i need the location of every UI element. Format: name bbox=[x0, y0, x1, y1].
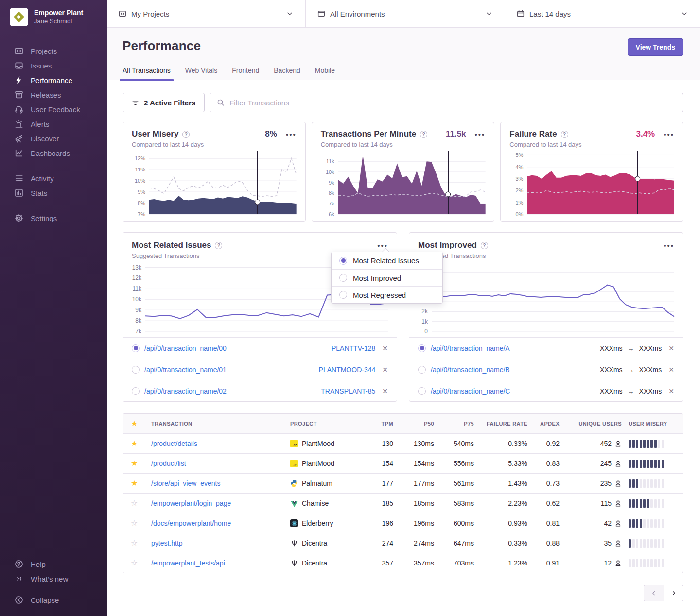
tab-backend[interactable]: Backend bbox=[274, 67, 300, 80]
table-row: ★ /product/details JSPlantMood 130 130ms… bbox=[123, 433, 683, 453]
sidebar-item-dashboards[interactable]: Dashboards bbox=[0, 146, 107, 160]
radio-button[interactable] bbox=[418, 344, 426, 352]
column-p75[interactable]: P75 bbox=[434, 421, 474, 427]
column-tpm[interactable]: TPM bbox=[363, 421, 393, 427]
column-transaction[interactable]: TRANSACTION bbox=[151, 421, 290, 427]
transaction-link[interactable]: /api/0/transaction_name/B bbox=[431, 366, 510, 374]
tab-web-vitals[interactable]: Web Vitals bbox=[185, 67, 217, 80]
panel-title: Most Related Issues bbox=[132, 240, 211, 250]
star-icon-empty[interactable]: ☆ bbox=[131, 539, 151, 547]
panel-menu-button[interactable]: ••• bbox=[659, 241, 674, 250]
transaction-link[interactable]: /api/0/transaction_name/01 bbox=[144, 366, 227, 374]
help-icon[interactable]: ? bbox=[481, 242, 488, 249]
column-failure-rate[interactable]: FAILURE RATE bbox=[474, 421, 527, 427]
table-row: ☆ pytest.http Dicentra 274 274ms 647ms 0… bbox=[123, 533, 683, 553]
chevron-down-icon bbox=[681, 10, 688, 17]
tab-mobile[interactable]: Mobile bbox=[315, 67, 335, 80]
card-menu-button[interactable]: ••• bbox=[659, 130, 674, 139]
sidebar-item-discover[interactable]: Discover bbox=[0, 131, 107, 146]
transaction-link[interactable]: /empowerplant/login_page bbox=[151, 499, 290, 507]
help-icon[interactable]: ? bbox=[182, 131, 190, 138]
column-project[interactable]: PROJECT bbox=[290, 421, 363, 427]
help-icon bbox=[15, 560, 23, 568]
close-icon[interactable]: ✕ bbox=[380, 366, 388, 374]
radio-button[interactable] bbox=[132, 344, 140, 352]
sidebar-item-whats-new[interactable]: What’s new bbox=[0, 571, 107, 586]
arrow-right-icon: → bbox=[628, 344, 634, 352]
sidebar-item-releases[interactable]: Releases bbox=[0, 87, 107, 102]
date-range-selector[interactable]: Last 14 days bbox=[505, 0, 700, 27]
card-menu-button[interactable]: ••• bbox=[281, 130, 297, 139]
column-p50[interactable]: P50 bbox=[393, 421, 434, 427]
close-icon[interactable]: ✕ bbox=[380, 344, 388, 352]
sidebar-item-issues[interactable]: Issues bbox=[0, 58, 107, 73]
sidebar-item-settings[interactable]: Settings bbox=[0, 211, 107, 225]
project-selector[interactable]: My Projects bbox=[107, 0, 305, 27]
issue-link[interactable]: PLANTMOOD-344 bbox=[319, 366, 376, 374]
panels-row: Most Related Issues ? ••• Suggested Tran… bbox=[122, 232, 683, 402]
transaction-link[interactable]: /empowerplant_tests/api bbox=[151, 559, 290, 567]
environment-selector[interactable]: All Environments bbox=[305, 0, 505, 27]
sidebar-item-help[interactable]: Help bbox=[0, 557, 107, 571]
close-icon[interactable]: ✕ bbox=[666, 366, 674, 374]
transaction-link[interactable]: /api/0/transaction_name/A bbox=[431, 344, 510, 352]
transaction-search[interactable] bbox=[210, 93, 683, 112]
transaction-link[interactable]: /product/details bbox=[151, 440, 290, 447]
search-input[interactable] bbox=[229, 99, 676, 107]
transaction-link[interactable]: /api/0/transaction_name/C bbox=[431, 387, 510, 395]
radio-button[interactable] bbox=[418, 387, 426, 395]
star-icon-empty[interactable]: ☆ bbox=[131, 559, 151, 567]
sidebar-item-label: Collapse bbox=[31, 596, 59, 604]
user-misery-card: User Misery ? 8% ••• Compared to last 14… bbox=[122, 122, 306, 222]
column-user-misery[interactable]: USER MISERY bbox=[622, 421, 676, 427]
user-feedback-icon bbox=[15, 105, 23, 114]
column-apdex[interactable]: APDEX bbox=[527, 421, 560, 427]
column-unique-users[interactable]: UNIQUE USERS bbox=[560, 421, 622, 427]
sidebar-item-activity[interactable]: Activity bbox=[0, 171, 107, 186]
tab-frontend[interactable]: Frontend bbox=[232, 67, 259, 80]
transaction-link[interactable]: /store/api_view_events bbox=[151, 479, 290, 487]
environment-selector-value: All Environments bbox=[330, 10, 385, 18]
help-icon[interactable]: ? bbox=[561, 131, 568, 138]
org-switcher[interactable]: Empower Plant Jane Schmidt bbox=[0, 8, 107, 26]
radio-button[interactable] bbox=[132, 366, 140, 374]
transaction-link[interactable]: /api/0/transaction_name/00 bbox=[144, 344, 227, 352]
failure-rate-value: 2.23% bbox=[474, 499, 527, 507]
view-trends-button[interactable]: View Trends bbox=[628, 38, 683, 56]
active-filters-button[interactable]: 2 Active Filters bbox=[122, 93, 205, 112]
star-icon-filled[interactable]: ★ bbox=[131, 440, 151, 447]
issue-link[interactable]: TRANSPLANT-85 bbox=[321, 387, 375, 395]
transaction-link[interactable]: /docs/empowerplant/home bbox=[151, 519, 290, 527]
transaction-link[interactable]: /product/list bbox=[151, 460, 290, 467]
help-icon[interactable]: ? bbox=[420, 131, 427, 138]
sidebar-item-projects[interactable]: Projects bbox=[0, 44, 107, 58]
close-icon[interactable]: ✕ bbox=[666, 344, 674, 352]
close-icon[interactable]: ✕ bbox=[666, 387, 674, 395]
issue-link[interactable]: PLANTTV-128 bbox=[332, 344, 375, 352]
tab-all-transactions[interactable]: All Transactions bbox=[122, 67, 171, 80]
sidebar-item-performance[interactable]: Performance bbox=[0, 73, 107, 87]
radio-button[interactable] bbox=[132, 387, 140, 395]
user-misery-chart: 7%8%9%10%11%12% bbox=[132, 154, 297, 214]
star-icon-empty[interactable]: ☆ bbox=[131, 519, 151, 527]
transaction-link[interactable]: /api/0/transaction_name/02 bbox=[144, 387, 227, 395]
star-icon-filled[interactable]: ★ bbox=[131, 460, 151, 467]
sidebar-item-stats[interactable]: Stats bbox=[0, 186, 107, 200]
sidebar-collapse-button[interactable]: Collapse bbox=[0, 593, 107, 607]
menu-item-most-related-issues[interactable]: Most Related Issues bbox=[332, 252, 442, 269]
menu-item-most-improved[interactable]: Most Improved bbox=[332, 269, 442, 286]
star-icon-filled[interactable]: ★ bbox=[131, 479, 151, 487]
card-menu-button[interactable]: ••• bbox=[470, 130, 486, 139]
transaction-link[interactable]: pytest.http bbox=[151, 539, 290, 547]
sidebar-item-alerts[interactable]: Alerts bbox=[0, 117, 107, 131]
radio-button[interactable] bbox=[418, 366, 426, 374]
close-icon[interactable]: ✕ bbox=[380, 387, 388, 395]
menu-item-most-regressed[interactable]: Most Regressed bbox=[332, 286, 442, 303]
sidebar-item-user-feedback[interactable]: User Feedback bbox=[0, 102, 107, 117]
next-page-button[interactable] bbox=[664, 585, 683, 601]
duration-after: XXXms bbox=[639, 366, 662, 374]
star-icon-empty[interactable]: ☆ bbox=[131, 499, 151, 507]
apdex-value: 0.88 bbox=[527, 539, 560, 547]
previous-page-button[interactable] bbox=[644, 585, 664, 601]
help-icon[interactable]: ? bbox=[215, 242, 222, 249]
